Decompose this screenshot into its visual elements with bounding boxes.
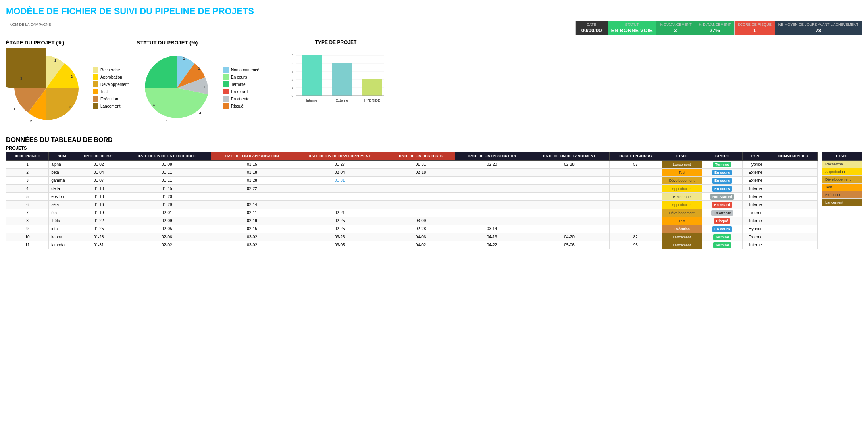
svg-text:5: 5 xyxy=(292,54,294,57)
legend-label-lancement: Lancement xyxy=(100,104,120,108)
td-commentaires xyxy=(769,241,817,249)
th-developpement: DATE DE FIN DE DÉVELOPPEMENT xyxy=(293,152,387,161)
label-approbation: 2 xyxy=(71,75,73,79)
label-nc-2: 1 xyxy=(183,56,185,60)
right-table-row: Recherche xyxy=(822,161,862,168)
avancement1-label: % D'AVANCEMENT xyxy=(660,23,692,27)
th-lancement: DATE DE FIN DE LANCEMENT xyxy=(529,152,610,161)
legend-enretard: En retard xyxy=(223,89,259,94)
legend-color-lancement xyxy=(93,103,98,109)
table-row: 11 lambda 01-31 02-02 03-02 03-05 04-02 … xyxy=(6,241,818,249)
td-debut: 01-22 xyxy=(75,217,123,225)
jours-value: 78 xyxy=(778,27,858,33)
avancement2-label: % D'AVANCEMENT xyxy=(699,23,731,27)
td-id: 10 xyxy=(6,233,49,241)
right-table-row: Test xyxy=(822,184,862,191)
legend-color-nc xyxy=(223,67,229,73)
legend-label-risque: Risqué xyxy=(231,104,244,108)
td-etape: Recherche xyxy=(662,193,702,201)
label-ea-2: 1 xyxy=(203,85,205,89)
legend-label-approbation: Approbation xyxy=(100,75,122,79)
th-duree: DURÉE en jours xyxy=(610,152,662,161)
th-approbation: DATE DE FIN D'APPROBATION xyxy=(211,152,293,161)
td-type: Externe xyxy=(742,233,769,241)
legend-label-developpement: Développement xyxy=(100,82,129,87)
td-recherche: 02-09 xyxy=(123,217,211,225)
td-recherche: 02-05 xyxy=(123,225,211,233)
th-debut: DATE DE DÉBUT xyxy=(75,152,123,161)
td-statut: Terminé xyxy=(702,241,742,249)
td-developpement: 03-05 xyxy=(293,241,387,249)
td-execution xyxy=(455,209,529,217)
label-lancement: 3 xyxy=(20,77,22,81)
td-tests: 04-06 xyxy=(387,233,455,241)
td-execution xyxy=(455,217,529,225)
th-recherche: DATE DE FIN DE LA RECHERCHE xyxy=(123,152,211,161)
td-approbation: 01-28 xyxy=(211,177,293,185)
th-commentaires: COMMENTAIRES xyxy=(769,152,817,161)
label-ec-2: 4 xyxy=(199,111,201,115)
avancement1-cell: % D'AVANCEMENT 3 xyxy=(656,21,695,35)
slice-lancement xyxy=(6,48,46,88)
td-etape: Développement xyxy=(662,209,702,217)
td-type: Interne xyxy=(742,201,769,209)
jours-cell: NB MOYEN DE JOURS AVANT L'ACHÈVEMENT 78 xyxy=(775,21,862,35)
td-tests: 02-18 xyxy=(387,169,455,177)
td-debut: 01-10 xyxy=(75,185,123,193)
legend-color-execution xyxy=(93,96,98,102)
legend-label-recherche: Recherche xyxy=(100,68,120,72)
th-tests: DATE DE FIN DES TESTS xyxy=(387,152,455,161)
td-type: Externe xyxy=(742,209,769,217)
td-developpement: 01-27 xyxy=(293,161,387,169)
td-id: 1 xyxy=(6,161,49,169)
td-id: 7 xyxy=(6,209,49,217)
legend-execution: Exécution xyxy=(93,96,129,102)
svg-text:0: 0 xyxy=(292,94,294,98)
table-row: 3 gamma 01-07 01-11 01-28 01-31 Développ… xyxy=(6,177,818,185)
td-lancement: 04-20 xyxy=(529,233,610,241)
td-statut: Risqué xyxy=(702,217,742,225)
td-debut: 01-13 xyxy=(75,193,123,201)
td-recherche: 01-29 xyxy=(123,201,211,209)
td-debut: 01-25 xyxy=(75,225,123,233)
legend-developpement: Développement xyxy=(93,81,129,87)
td-recherche: 02-01 xyxy=(123,209,211,217)
td-tests xyxy=(387,185,455,193)
td-id: 11 xyxy=(6,241,49,249)
bar-label-externe: Externe xyxy=(336,98,348,102)
th-execution: DATE DE FIN D'EXÉCUTION xyxy=(455,152,529,161)
td-duree: 82 xyxy=(610,233,662,241)
td-statut: En cours xyxy=(702,225,742,233)
charts-section: ÉTAPE DU PROJET (%) 1 xyxy=(6,40,862,128)
td-commentaires xyxy=(769,193,817,201)
td-commentaires xyxy=(769,209,817,217)
right-stage-cell: Lancement xyxy=(822,199,862,206)
td-approbation: 03-02 xyxy=(211,241,293,249)
svg-text:3: 3 xyxy=(292,70,294,73)
legend-color-approbation xyxy=(93,74,98,80)
td-type: Interne xyxy=(742,217,769,225)
td-execution: 03-14 xyxy=(455,225,529,233)
td-commentaires xyxy=(769,169,817,177)
legend-test: Test xyxy=(93,89,129,94)
td-etape: Lancement xyxy=(662,233,702,241)
td-etape: Approbation xyxy=(662,185,702,193)
chart2-title: STATUT DU PROJET (%) xyxy=(137,40,259,46)
td-debut: 01-07 xyxy=(75,177,123,185)
td-recherche: 01-20 xyxy=(123,193,211,201)
td-etape: Test xyxy=(662,217,702,225)
legend-color-enretard xyxy=(223,89,229,94)
td-nom: gamma xyxy=(49,177,75,185)
td-etape: Lancement xyxy=(662,161,702,169)
chart-etape: ÉTAPE DU PROJET (%) 1 xyxy=(6,40,129,128)
td-id: 3 xyxy=(6,177,49,185)
score-value: 1 xyxy=(738,27,772,33)
td-approbation: 02-14 xyxy=(211,201,293,209)
td-commentaires xyxy=(769,225,817,233)
td-developpement: 02-25 xyxy=(293,225,387,233)
right-stage-cell: Développement xyxy=(822,176,862,184)
legend-risque: Risqué xyxy=(223,103,259,109)
chart1-title: ÉTAPE DU PROJET (%) xyxy=(6,40,129,46)
table-section-title: DONNÉES DU TABLEAU DE BORD xyxy=(6,136,862,144)
legend-color-termine xyxy=(223,81,229,87)
